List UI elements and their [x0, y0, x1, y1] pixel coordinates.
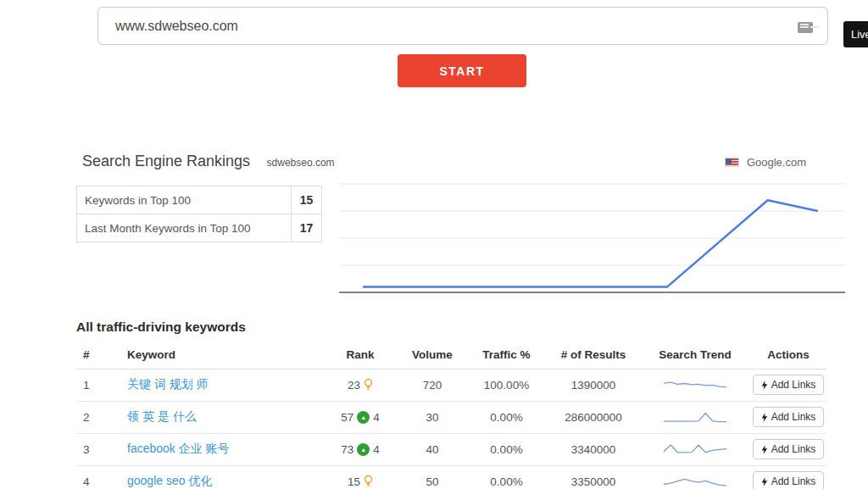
col-volume: Volume [398, 342, 466, 369]
search-engine-selector[interactable]: Google.com [725, 156, 806, 169]
row-number: 3 [76, 433, 127, 465]
search-trend-sparkline [662, 439, 728, 458]
col-traffic: Traffic % [466, 342, 547, 369]
col-trend: Search Trend [640, 342, 750, 369]
stats-value: 15 [291, 186, 321, 214]
table-header-row: # Keyword Rank Volume Traffic % # of Res… [76, 342, 826, 369]
keywords-table: # Keyword Rank Volume Traffic % # of Res… [76, 342, 826, 489]
col-actions: Actions [750, 342, 826, 369]
rankings-domain: sdwebseo.com [267, 157, 335, 169]
keywords-stats-table: Keywords in Top 100 15 Last Month Keywor… [76, 186, 322, 242]
add-links-label: Add Links [771, 411, 816, 423]
rankings-title: Search Engine Rankings [82, 153, 250, 170]
traffic-value: 0.00% [466, 433, 547, 465]
add-links-button[interactable]: Add Links [753, 471, 825, 489]
bolt-icon [761, 445, 768, 454]
add-links-button[interactable]: Add Links [753, 375, 825, 395]
add-links-label: Add Links [771, 475, 816, 487]
stats-value: 17 [291, 214, 321, 242]
table-row: 4 google seo 优化 15 ▲ 50 0.00% 3350000 [76, 465, 826, 489]
results-value: 286000000 [547, 401, 640, 433]
table-row: 3 facebook 企业 账号 73 ▲ 4 40 0.00% 3340000 [76, 433, 826, 465]
live-chat-widget[interactable]: Live [843, 21, 868, 47]
ranking-opportunity-bulb-icon [364, 475, 373, 488]
rank-value: 15 [348, 475, 360, 488]
bolt-icon [761, 381, 768, 390]
volume-value: 30 [398, 401, 466, 433]
table-row: 1 关键 词 规划 师 23 ▲ 720 100.00% 1390000 [76, 369, 826, 401]
rank-up-icon: ▲ [357, 411, 370, 424]
stats-row-top100: Keywords in Top 100 15 [77, 186, 321, 214]
rankings-header: Search Engine Rankings sdwebseo.com Goog… [82, 153, 837, 170]
page: Live START Search Engine Rankings sdwebs… [0, 0, 868, 489]
stats-label: Last Month Keywords in Top 100 [77, 222, 291, 235]
keyword-link[interactable]: 关键 词 规划 师 [127, 377, 209, 391]
ranking-opportunity-bulb-icon [364, 378, 373, 392]
rank-up-icon: ▲ [357, 443, 370, 456]
traffic-value: 100.00% [466, 369, 547, 401]
volume-value: 50 [398, 465, 466, 489]
search-engine-label: Google.com [747, 156, 806, 169]
col-results: # of Results [547, 342, 640, 369]
col-rank: Rank [322, 342, 398, 369]
row-number: 1 [76, 369, 127, 401]
results-value: 3350000 [547, 465, 640, 489]
stats-label: Keywords in Top 100 [77, 194, 291, 207]
rank-value: 73 [341, 443, 353, 456]
keyword-link[interactable]: google seo 优化 [127, 474, 212, 487]
add-links-button[interactable]: Add Links [753, 407, 825, 427]
volume-value: 720 [398, 369, 466, 401]
add-links-button[interactable]: Add Links [753, 439, 825, 459]
start-button[interactable]: START [398, 54, 526, 87]
col-num: # [76, 342, 127, 369]
search-trend-sparkline [662, 471, 728, 489]
col-keyword: Keyword [127, 342, 322, 369]
rank-change: 4 [373, 411, 380, 424]
rank-change: 4 [373, 443, 380, 456]
traffic-value: 0.00% [466, 465, 547, 489]
keyword-link[interactable]: facebook 企业 账号 [127, 442, 230, 455]
volume-value: 40 [398, 433, 466, 465]
url-input[interactable] [97, 7, 828, 45]
row-number: 2 [76, 401, 127, 433]
table-row: 2 领 英 是 什么 57 ▲ 4 30 0.00% 286000000 [76, 401, 826, 433]
stats-row-lastmonth: Last Month Keywords in Top 100 17 [77, 214, 321, 242]
bolt-icon [761, 413, 768, 422]
results-value: 1390000 [547, 369, 640, 401]
traffic-value: 0.00% [466, 401, 547, 433]
rankings-line-chart [339, 178, 845, 293]
bolt-icon [761, 477, 768, 486]
search-trend-sparkline [662, 407, 728, 425]
add-links-label: Add Links [771, 443, 816, 455]
keywords-section-title: All traffic-driving keywords [76, 320, 246, 335]
rank-value: 57 [341, 411, 353, 424]
results-value: 3340000 [547, 433, 640, 465]
keyboard-icon[interactable] [798, 22, 813, 33]
rank-value: 23 [348, 379, 360, 392]
search-trend-sparkline [662, 375, 728, 393]
row-number: 4 [76, 465, 127, 489]
add-links-label: Add Links [771, 379, 816, 391]
us-flag-icon [725, 158, 739, 167]
keyword-link[interactable]: 领 英 是 什么 [127, 409, 197, 423]
